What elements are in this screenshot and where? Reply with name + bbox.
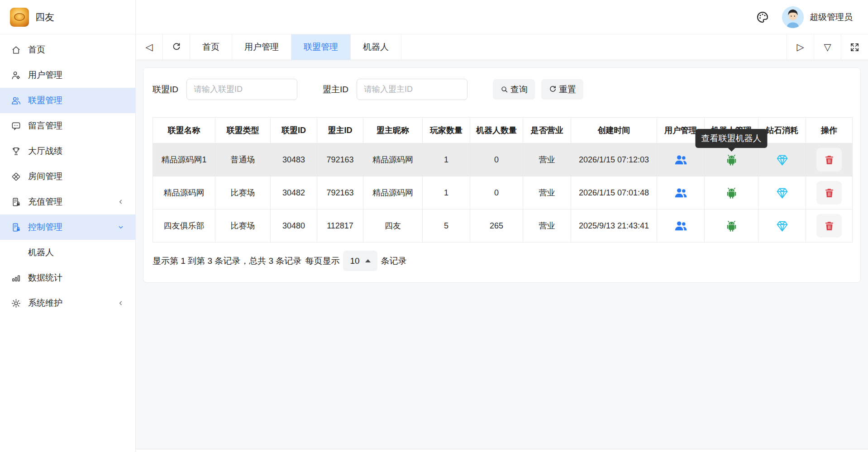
cell-players: 5 (423, 209, 470, 243)
union-table-wrap: 查看联盟机器人 联盟名称 联盟类型 联盟ID 盟主I (153, 117, 851, 243)
table-row: 四友俱乐部 比赛场 30480 112817 四友 5 265 营业 2025/… (153, 209, 853, 243)
sidebar-item-maintenance[interactable]: 系统维护 (0, 290, 135, 316)
owner-id-label: 盟主ID (323, 84, 348, 95)
app-title: 四友 (35, 11, 54, 24)
col-union-name: 联盟名称 (153, 118, 215, 143)
delete-button[interactable] (816, 148, 842, 171)
search-button[interactable]: 查询 (493, 79, 535, 100)
search-icon (500, 85, 509, 94)
delete-button[interactable] (816, 181, 842, 205)
reset-button[interactable]: 重置 (541, 79, 583, 100)
sidebar-item-hall-records[interactable]: 大厅战绩 (0, 138, 135, 164)
col-players: 玩家数量 (423, 118, 470, 143)
col-actions: 操作 (806, 118, 853, 143)
cell-robots: 0 (470, 143, 523, 176)
home-icon (11, 45, 21, 55)
sidebar-item-home[interactable]: 首页 (0, 37, 135, 62)
cell-created: 2026/1/15 07:01:48 (571, 176, 657, 209)
sidebar-item-users[interactable]: 用户管理 (0, 62, 135, 88)
user-manage-button[interactable] (674, 153, 688, 167)
cell-players: 1 (423, 176, 470, 209)
union-id-label: 联盟ID (153, 84, 178, 95)
pagination-pagesize-prefix: 每页显示 (305, 255, 339, 267)
user-menu[interactable]: 超级管理员 (782, 6, 853, 28)
col-union-type: 联盟类型 (215, 118, 271, 143)
sidebar-item-label: 控制管理 (28, 221, 62, 233)
pagination: 显示第 1 到第 3 条记录，总共 3 条记录 每页显示 10 条记录 (153, 251, 851, 271)
diamond-consume-button[interactable] (775, 186, 789, 200)
sidebar-item-label: 首页 (28, 44, 45, 56)
robot-manage-button[interactable] (725, 219, 739, 233)
sidebar-item-label: 系统维护 (28, 297, 62, 309)
sidebar-item-robots[interactable]: 机器人 (0, 240, 135, 265)
tab-bar-spacer (401, 34, 787, 60)
tab-robot[interactable]: 机器人 (351, 34, 401, 60)
cell-status: 营业 (523, 143, 571, 176)
col-robots: 机器人数量 (470, 118, 523, 143)
chevron-down-icon (117, 224, 124, 231)
cell-owner-nick: 四友 (363, 209, 423, 243)
cell-status: 营业 (523, 176, 571, 209)
cell-robots: 265 (470, 209, 523, 243)
cell-union-name: 四友俱乐部 (153, 209, 215, 243)
topbar: 超级管理员 (136, 0, 868, 34)
tab-user-manage[interactable]: 用户管理 (232, 34, 291, 60)
nav-forward-icon[interactable]: ▷ (787, 34, 814, 60)
sidebar-item-rooms[interactable]: 房间管理 (0, 164, 135, 189)
col-created: 创建时间 (571, 118, 657, 143)
sidebar-item-statistics[interactable]: 数据统计 (0, 265, 135, 290)
reset-icon (548, 85, 557, 94)
app-root: 四友 首页 用户管理 联盟管理 留言管理 大厅战绩 (0, 0, 868, 452)
building-lock-icon (11, 222, 21, 233)
cell-owner-id: 792163 (317, 143, 363, 176)
tab-union-manage[interactable]: 联盟管理 (291, 34, 351, 60)
union-id-input[interactable] (186, 79, 297, 100)
sidebar-item-messages[interactable]: 留言管理 (0, 113, 135, 138)
sidebar-item-label: 机器人 (28, 247, 54, 258)
tab-actions-dropdown-icon[interactable]: ▽ (814, 34, 841, 60)
page-size-select[interactable]: 10 (343, 251, 377, 271)
sidebar-item-label: 数据统计 (28, 272, 62, 284)
diamond-consume-button[interactable] (775, 219, 789, 233)
cell-union-type: 比赛场 (215, 176, 271, 209)
pagination-pagesize-suffix: 条记录 (381, 255, 407, 267)
sidebar-item-control[interactable]: 控制管理 (0, 214, 135, 240)
cell-union-type: 比赛场 (215, 209, 271, 243)
sidebar-item-unions[interactable]: 联盟管理 (0, 88, 135, 113)
sidebar-menu: 首页 用户管理 联盟管理 留言管理 大厅战绩 房间管理 (0, 34, 135, 316)
user-manage-button[interactable] (674, 219, 688, 233)
refresh-icon[interactable] (163, 34, 190, 60)
cell-created: 2026/1/15 07:12:03 (571, 143, 657, 176)
cell-created: 2025/9/13 21:43:41 (571, 209, 657, 243)
col-status: 是否营业 (523, 118, 571, 143)
theme-palette-icon[interactable] (755, 10, 770, 25)
sidebar-item-label: 联盟管理 (28, 95, 62, 106)
nav-back-icon[interactable]: ◁ (136, 34, 163, 60)
building-lock-icon (11, 197, 21, 207)
col-union-id: 联盟ID (271, 118, 317, 143)
fullscreen-icon[interactable] (841, 34, 868, 60)
cell-robots: 0 (470, 176, 523, 209)
main-column: 超级管理员 ◁ 首页 用户管理 联盟管理 机器人 ▷ ▽ 联盟ID (136, 0, 868, 452)
bar-chart-icon (11, 273, 21, 283)
tab-home[interactable]: 首页 (190, 34, 232, 60)
user-manage-button[interactable] (674, 186, 688, 200)
col-owner-nick: 盟主昵称 (363, 118, 423, 143)
tab-bar: ◁ 首页 用户管理 联盟管理 机器人 ▷ ▽ (136, 34, 868, 60)
owner-id-input[interactable] (357, 79, 467, 100)
delete-button[interactable] (816, 214, 842, 238)
bottom-strip (136, 449, 868, 452)
cell-union-id: 30482 (271, 176, 317, 209)
trophy-icon (11, 146, 21, 157)
message-icon (11, 121, 21, 131)
gear-icon (11, 298, 21, 309)
diamond-consume-button[interactable] (775, 153, 789, 167)
table-row: 精品源码网 比赛场 30482 792163 精品源码网 1 0 营业 2026… (153, 176, 853, 209)
pagination-summary: 显示第 1 到第 3 条记录，总共 3 条记录 (153, 255, 301, 267)
cell-owner-nick: 精品源码网 (363, 143, 423, 176)
filter-bar: 联盟ID 盟主ID 查询 重置 (153, 79, 851, 100)
robot-manage-button[interactable] (725, 186, 739, 200)
user-name: 超级管理员 (810, 11, 853, 23)
sidebar-item-recharge[interactable]: 充值管理 (0, 189, 135, 214)
sidebar-item-label: 用户管理 (28, 69, 62, 81)
